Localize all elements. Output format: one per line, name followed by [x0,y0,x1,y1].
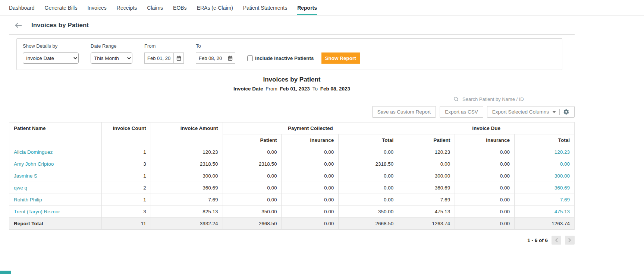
due-total-link[interactable]: 360.69 [555,185,570,191]
search-input[interactable] [462,96,531,102]
pagination-next-button[interactable] [565,236,575,245]
from-label: From [144,43,184,49]
report-title: Invoices by Patient [9,76,575,83]
back-arrow-icon[interactable] [14,21,22,29]
due-insurance-cell: 0.00 [455,194,515,206]
due-insurance-cell: 0.00 [455,170,515,182]
invoice-amount-cell: 7.69 [151,194,223,206]
report-from-word: From [264,86,279,92]
due-total-link[interactable]: 7.69 [560,197,570,203]
due-total-cell: 300.00 [515,170,575,182]
col-header-due-insurance: Insurance [455,134,515,146]
export-selected-columns-label: Export Selected Columns [492,109,549,115]
chevron-right-icon [568,238,571,242]
report-to-date: Feb 08, 2023 [320,86,350,92]
invoice-count-cell: 1 [101,146,151,158]
total-invoice-count: 11 [101,218,151,230]
total-payment-insurance: 0.00 [282,218,339,230]
nav-item-generate-bills[interactable]: Generate Bills [45,0,78,15]
export-selected-columns-button[interactable]: Export Selected Columns [487,106,575,118]
due-total-link[interactable]: 475.13 [555,209,570,214]
patient-name-link[interactable]: Alicia Dominguez [14,149,53,155]
payment-patient-cell: 2318.50 [223,158,282,170]
to-date-input[interactable] [196,52,225,64]
due-total-link[interactable]: 120.23 [555,149,570,155]
due-total-cell: 360.69 [515,182,575,194]
invoice-amount-cell: 360.69 [151,182,223,194]
patient-row: Amy John Criptoo32318.502318.500.002318.… [9,158,575,170]
search-row [9,96,575,102]
chevron-down-icon [552,111,556,113]
due-patient-cell: 7.69 [398,194,455,206]
due-patient-cell: 120.23 [398,146,455,158]
payment-total-cell: 0.00 [339,182,398,194]
to-calendar-button[interactable] [225,52,235,64]
include-inactive-checkbox[interactable] [247,55,253,61]
total-invoice-amount: 3932.24 [151,218,223,230]
nav-item-patient-statements[interactable]: Patient Statements [243,0,287,15]
due-total-link[interactable]: 0.00 [560,161,570,167]
patient-row: Trent (Taryn) Reznor3825.13350.000.00350… [9,206,575,218]
col-header-due-total: Total [515,134,575,146]
calendar-icon [176,55,182,61]
payment-insurance-cell: 0.00 [282,158,339,170]
invoice-amount-cell: 120.23 [151,146,223,158]
nav-item-dashboard[interactable]: Dashboard [9,0,35,15]
nav-item-invoices[interactable]: Invoices [87,0,106,15]
main-content: Invoices by Patient Show Details by Invo… [9,16,575,245]
due-total-cell: 0.00 [515,158,575,170]
patient-row: Jasmine S1300.000.000.000.00300.000.0030… [9,170,575,182]
due-total-cell: 120.23 [515,146,575,158]
patient-name-cell: qwe q [9,182,102,194]
due-total-link[interactable]: 300.00 [555,173,570,179]
report-meta-label: Invoice Date [233,86,263,92]
patient-name-link[interactable]: Amy John Criptoo [14,161,54,167]
payment-patient-cell: 0.00 [223,170,282,182]
nav-item-claims[interactable]: Claims [147,0,163,15]
from-calendar-button[interactable] [173,52,184,64]
patient-name-link[interactable]: Rohith Philip [14,197,42,203]
invoice-count-cell: 1 [101,170,151,182]
total-due-total: 1263.74 [515,218,575,230]
col-header-invoice-count: Invoice Count [101,122,151,146]
payment-total-cell: 2318.50 [339,158,398,170]
nav-item-reports[interactable]: Reports [297,0,317,15]
patient-name-link[interactable]: Trent (Taryn) Reznor [14,209,60,214]
nav-item-eras-e-claim[interactable]: ERAs (e-Claim) [197,0,233,15]
report-to-word: To [311,86,319,92]
search-icon [453,96,459,102]
due-patient-cell: 300.00 [398,170,455,182]
show-details-by-label: Show Details by [23,43,79,49]
col-header-due-patient: Patient [398,134,455,146]
page-title: Invoices by Patient [31,22,89,29]
table-header: Patient Name Invoice Count Invoice Amoun… [9,122,575,146]
patient-name-cell: Alicia Dominguez [9,146,102,158]
col-header-payment-patient: Patient [223,134,282,146]
due-total-cell: 475.13 [515,206,575,218]
show-details-by-select[interactable]: Invoice Date [23,52,79,64]
patient-name-link[interactable]: Jasmine S [14,173,37,179]
from-date-input[interactable] [144,52,173,64]
payment-patient-cell: 0.00 [223,182,282,194]
payment-insurance-cell: 0.00 [282,182,339,194]
table-body: Alicia Dominguez1120.230.000.000.00120.2… [9,146,575,218]
patient-name-cell: Trent (Taryn) Reznor [9,206,102,218]
date-range-select[interactable]: This Month [91,52,132,64]
col-header-payment-insurance: Insurance [282,134,339,146]
save-as-custom-report-button[interactable]: Save as Custom Report [372,106,436,118]
patient-row: Rohith Philip17.690.000.000.007.690.007.… [9,194,575,206]
payment-total-cell: 350.00 [339,206,398,218]
show-report-button[interactable]: Show Report [321,52,360,64]
gear-icon[interactable] [563,109,569,115]
nav-item-eobs[interactable]: EOBs [173,0,187,15]
patient-name-link[interactable]: qwe q [14,185,27,191]
nav-item-receipts[interactable]: Receipts [117,0,137,15]
patient-row: qwe q2360.690.000.000.00360.690.00360.69 [9,182,575,194]
invoice-count-cell: 3 [101,158,151,170]
export-as-csv-button[interactable]: Export as CSV [440,106,483,118]
payment-total-cell: 0.00 [339,194,398,206]
invoice-amount-cell: 300.00 [151,170,223,182]
include-inactive-label: Include Inactive Patients [255,55,314,61]
patient-name-cell: Rohith Philip [9,194,102,206]
pagination-prev-button[interactable] [552,236,561,245]
